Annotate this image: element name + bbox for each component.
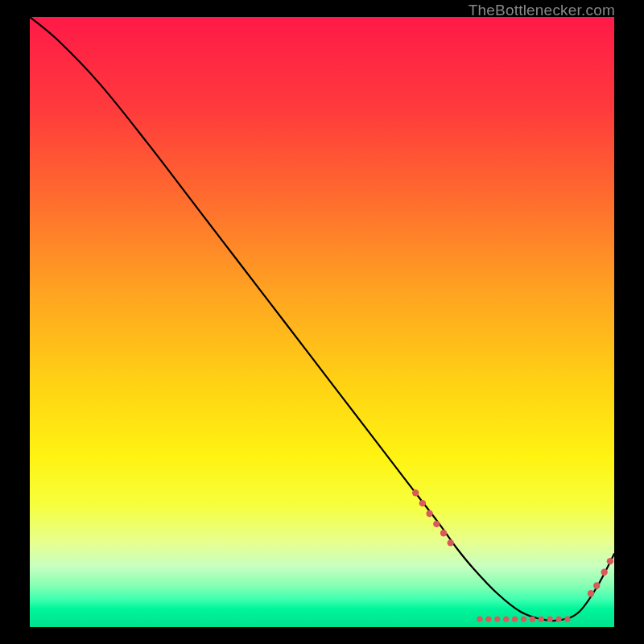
- chart-svg: [30, 17, 614, 627]
- data-marker: [530, 617, 535, 622]
- chart-container: TheBottlenecker.com: [0, 0, 644, 644]
- data-marker: [426, 510, 432, 517]
- data-marker: [494, 617, 500, 622]
- data-marker: [419, 500, 426, 506]
- data-marker: [440, 530, 447, 536]
- data-marker: [503, 617, 509, 622]
- data-marker: [607, 558, 613, 564]
- data-marker: [593, 582, 600, 588]
- data-marker: [555, 617, 561, 622]
- data-marker: [512, 617, 518, 622]
- data-marker: [485, 617, 491, 622]
- data-marker: [539, 617, 544, 622]
- plot-area: [30, 17, 614, 627]
- data-marker: [477, 617, 482, 622]
- data-marker: [564, 617, 570, 622]
- gradient-background: [30, 17, 614, 627]
- data-marker: [601, 569, 607, 576]
- data-marker: [433, 521, 440, 527]
- data-marker: [521, 617, 526, 622]
- data-marker: [588, 590, 594, 597]
- data-marker: [412, 489, 419, 496]
- data-marker: [547, 617, 553, 622]
- data-marker: [448, 539, 454, 546]
